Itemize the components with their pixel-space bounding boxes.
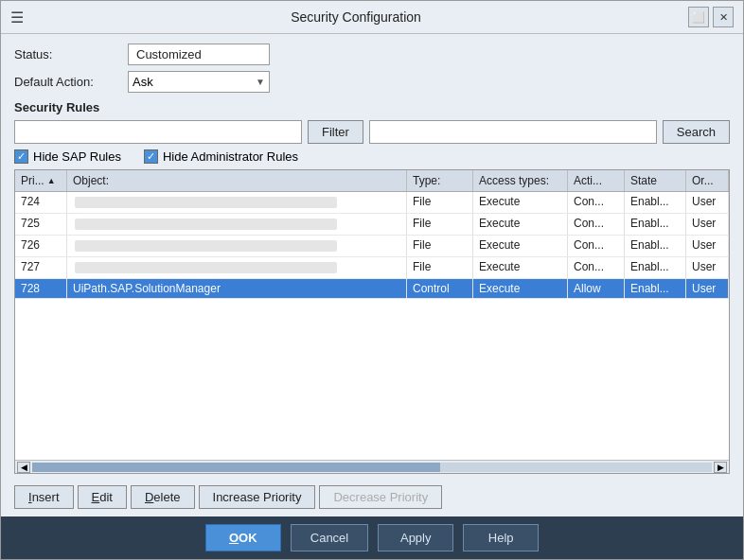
- hide-sap-checkbox[interactable]: ✓ Hide SAP Rules: [14, 149, 121, 164]
- col-header-type[interactable]: Type:: [407, 170, 473, 191]
- table-row[interactable]: 724FileExecuteCon...Enabl...User: [15, 192, 729, 214]
- table-cell: Con...: [568, 214, 625, 235]
- decrease-priority-label: Decrease Priority: [333, 490, 428, 504]
- decrease-priority-button[interactable]: Decrease Priority: [319, 485, 442, 509]
- section-title: Security Rules: [14, 100, 730, 114]
- search-input[interactable]: [369, 120, 657, 144]
- search-button[interactable]: Search: [663, 120, 730, 144]
- filter-input[interactable]: [14, 120, 302, 144]
- table-cell: File: [407, 257, 473, 278]
- cancel-button[interactable]: Cancel: [291, 524, 368, 551]
- delete-button[interactable]: Delete: [131, 485, 195, 509]
- table-row[interactable]: 728UiPath.SAP.SolutionManagerControlExec…: [15, 279, 729, 299]
- filter-button[interactable]: Filter: [308, 120, 363, 144]
- table-body: 724FileExecuteCon...Enabl...User725FileE…: [15, 192, 729, 460]
- table-cell: 724: [15, 192, 67, 213]
- help-button[interactable]: Help: [463, 524, 539, 551]
- scroll-left-arrow[interactable]: ◀: [17, 462, 30, 473]
- table-cell: Execute: [473, 236, 568, 256]
- table-cell: User: [686, 192, 729, 213]
- table-cell: 728: [15, 279, 67, 298]
- table-cell: File: [407, 192, 473, 213]
- table-row[interactable]: 725FileExecuteCon...Enabl...User: [15, 214, 729, 236]
- table-cell: Execute: [473, 279, 568, 298]
- table-cell: Execute: [473, 257, 568, 278]
- restore-button[interactable]: ⬜: [688, 7, 709, 27]
- table-cell: [67, 236, 407, 256]
- scroll-thumb: [32, 463, 440, 472]
- table-cell: Enabl...: [625, 257, 686, 278]
- close-button[interactable]: ✕: [713, 7, 734, 27]
- table-cell: Execute: [473, 192, 568, 213]
- edit-button[interactable]: Edit: [78, 485, 127, 509]
- table-cell: 727: [15, 257, 67, 278]
- col-header-pri[interactable]: Pri... ▲: [15, 170, 67, 191]
- table-cell: User: [686, 236, 729, 256]
- table-cell: Enabl...: [625, 214, 686, 235]
- table-cell: Allow: [568, 279, 625, 298]
- table-cell: 725: [15, 214, 67, 235]
- scroll-right-arrow[interactable]: ▶: [714, 462, 727, 473]
- table-cell: Control: [407, 279, 473, 298]
- table-row[interactable]: 727FileExecuteCon...Enabl...User: [15, 257, 729, 279]
- table-cell: Enabl...: [625, 192, 686, 213]
- table-row[interactable]: 726FileExecuteCon...Enabl...User: [15, 236, 729, 257]
- table-cell: [67, 214, 407, 235]
- hide-admin-checkbox[interactable]: ✓ Hide Administrator Rules: [144, 149, 298, 164]
- security-rules-table: Pri... ▲ Object: Type: Access types: Act…: [14, 169, 730, 474]
- table-cell: File: [407, 236, 473, 256]
- insert-button[interactable]: Insert: [14, 485, 74, 509]
- default-action-row: Default Action: Ask ▼: [14, 71, 730, 93]
- table-header: Pri... ▲ Object: Type: Access types: Act…: [15, 170, 729, 192]
- dialog-title: Security Configuration: [31, 9, 681, 25]
- hide-admin-checkbox-icon: ✓: [144, 149, 158, 164]
- dropdown-arrow-icon: ▼: [256, 77, 265, 87]
- menu-icon[interactable]: ☰: [10, 9, 24, 26]
- checkbox-row: ✓ Hide SAP Rules ✓ Hide Administrator Ru…: [14, 149, 730, 164]
- action-buttons: Insert Edit Delete Increase Priority Dec…: [14, 480, 730, 511]
- default-action-select[interactable]: Ask ▼: [128, 71, 270, 93]
- col-header-obj[interactable]: Object:: [67, 170, 407, 191]
- horizontal-scrollbar[interactable]: ◀ ▶: [15, 460, 729, 473]
- table-cell: Enabl...: [625, 279, 686, 298]
- sort-icon: ▲: [47, 176, 56, 185]
- table-cell: [67, 192, 407, 213]
- ok-button[interactable]: OOK: [205, 524, 281, 551]
- security-configuration-dialog: ☰ Security Configuration ⬜ ✕ Status: Cus…: [0, 0, 744, 560]
- col-header-or[interactable]: Or...: [686, 170, 729, 191]
- status-row: Status: Customized: [14, 44, 730, 65]
- default-action-value: Ask: [133, 75, 153, 89]
- scroll-track[interactable]: [32, 463, 712, 472]
- apply-button[interactable]: Apply: [378, 524, 453, 551]
- col-header-acti[interactable]: Acti...: [568, 170, 625, 191]
- table-cell: User: [686, 214, 729, 235]
- hide-sap-checkbox-icon: ✓: [14, 149, 28, 164]
- increase-priority-label: Increase Priority: [213, 490, 302, 504]
- default-action-label: Default Action:: [14, 75, 118, 89]
- status-value: Customized: [128, 44, 270, 65]
- col-header-access[interactable]: Access types:: [473, 170, 568, 191]
- table-cell: User: [686, 279, 729, 298]
- dialog-content: Status: Customized Default Action: Ask ▼…: [1, 34, 743, 516]
- hide-sap-label: Hide SAP Rules: [33, 149, 121, 164]
- hide-admin-label: Hide Administrator Rules: [163, 149, 298, 164]
- table-cell: Con...: [568, 257, 625, 278]
- table-cell: Con...: [568, 236, 625, 256]
- table-cell: UiPath.SAP.SolutionManager: [67, 279, 407, 298]
- status-label: Status:: [14, 47, 118, 61]
- table-cell: Execute: [473, 214, 568, 235]
- table-cell: User: [686, 257, 729, 278]
- bottom-bar: OOK Cancel Apply Help: [1, 516, 743, 559]
- table-cell: File: [407, 214, 473, 235]
- window-controls: ⬜ ✕: [688, 7, 734, 27]
- title-bar: ☰ Security Configuration ⬜ ✕: [1, 1, 743, 34]
- table-cell: 726: [15, 236, 67, 256]
- filter-search-row: Filter Search: [14, 120, 730, 144]
- col-header-state[interactable]: State: [625, 170, 686, 191]
- increase-priority-button[interactable]: Increase Priority: [199, 485, 316, 509]
- table-cell: [67, 257, 407, 278]
- table-cell: Con...: [568, 192, 625, 213]
- table-cell: Enabl...: [625, 236, 686, 256]
